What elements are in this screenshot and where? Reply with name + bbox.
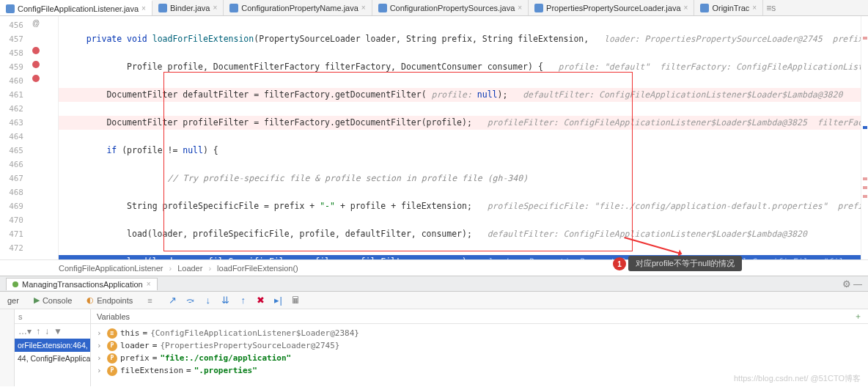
debugger-toolbar: ger ▶Console ◐Endpoints ≡ ↗ ⤼ ↓ ⇊ ↑ ✖ ▸|… (0, 292, 868, 309)
run-to-cursor-icon[interactable]: ▸| (273, 295, 284, 306)
breakpoint-icon[interactable] (32, 61, 40, 68)
gutter[interactable]: @ (29, 16, 59, 259)
add-watch-icon[interactable]: ＋ (854, 311, 862, 322)
spring-icon (12, 281, 18, 287)
filter-icon[interactable]: ▼ (54, 326, 62, 336)
tabs-overflow[interactable]: ≡s (763, 3, 779, 13)
close-icon[interactable]: × (361, 4, 366, 12)
annotation-text: 对应profile不等于null的情况 (628, 256, 742, 271)
console-tab[interactable]: ▶Console (26, 295, 79, 305)
close-icon[interactable]: × (147, 280, 151, 288)
file-tab[interactable]: ConfigFileApplicationListener.java× (0, 0, 152, 16)
file-tab[interactable]: OriginTrac× (694, 0, 763, 16)
gear-icon: ⚙ (842, 279, 851, 290)
java-icon (700, 4, 709, 12)
java-icon (229, 4, 238, 12)
tab-label: ConfigurationPropertySources.java (390, 4, 515, 12)
code-editor[interactable]: 456457458459 460461462463 464465466467 4… (0, 16, 868, 259)
debugger-tab[interactable]: ger (0, 296, 26, 305)
file-tab[interactable]: PropertiesPropertySourceLoader.java× (529, 0, 694, 16)
chevron-right-icon: › (169, 264, 172, 273)
breakpoint-icon[interactable] (32, 75, 40, 82)
frames-header: s (18, 312, 23, 321)
threads-icon[interactable]: ≡ (140, 296, 159, 305)
object-icon: ≡ (107, 328, 117, 339)
java-icon (534, 4, 543, 12)
chevron-right-icon[interactable]: › (97, 327, 104, 339)
tool-settings[interactable]: ⚙ — (842, 279, 862, 290)
step-controls: ↗ ⤼ ↓ ⇊ ↑ ✖ ▸| 🖩 (160, 295, 309, 306)
variable-row[interactable]: ›P prefix = "file:./config/application" (97, 352, 862, 364)
console-icon: ▶ (34, 295, 40, 305)
drop-frame-icon[interactable]: ✖ (255, 295, 267, 306)
stack-frame[interactable]: 44, ConfigFileApplica (15, 352, 90, 365)
frames-panel[interactable]: s …▾ ↑ ↓ ▼ orFileExtension:464, 44, Conf… (15, 309, 91, 386)
tab-label: PropertiesPropertySourceLoader.java (546, 4, 680, 12)
param-icon: P (107, 353, 117, 364)
step-over-icon[interactable]: ⤼ (185, 295, 196, 306)
chevron-right-icon[interactable]: › (97, 339, 104, 352)
variables-header: Variables (97, 312, 130, 321)
run-tab-label: ManagingTransactionsApplication (22, 280, 143, 289)
tab-label: Binder.java (170, 4, 210, 12)
dbg-sidebar[interactable] (0, 309, 15, 386)
variables-tree[interactable]: ›≡ this = {ConfigFileApplicationListener… (91, 324, 868, 380)
run-tool-tabs: ManagingTransactionsApplication × ⚙ — (0, 276, 868, 292)
frames-nav: …▾ ↑ ↓ ▼ (15, 324, 90, 339)
param-icon: P (107, 366, 117, 376)
prev-frame-icon[interactable]: ↑ (36, 326, 40, 336)
editor-tabs: ConfigFileApplicationListener.java× Bind… (0, 0, 868, 16)
tab-label: OriginTrac (712, 4, 749, 12)
variable-row[interactable]: ›P loader = {PropertiesPropertySourceLoa… (97, 339, 862, 352)
chevron-right-icon[interactable]: › (97, 352, 104, 364)
breakpoint-icon[interactable] (32, 47, 40, 54)
crumb-item[interactable]: ConfigFileApplicationListener (59, 264, 163, 273)
line-numbers: 456457458459 460461462463 464465466467 4… (0, 16, 29, 259)
close-icon[interactable]: × (213, 4, 217, 12)
crumb-item[interactable]: Loader (177, 264, 202, 273)
java-icon (378, 4, 387, 12)
file-tab[interactable]: Binder.java× (152, 0, 224, 16)
annotation-badge: 1 (613, 257, 626, 270)
param-icon: P (107, 341, 117, 351)
chevron-right-icon[interactable]: › (97, 364, 104, 377)
tab-label: ConfigFileApplicationListener.java (18, 4, 139, 13)
step-out-icon[interactable]: ↑ (238, 295, 249, 306)
show-execution-icon[interactable]: ↗ (167, 295, 179, 306)
file-tab[interactable]: ConfigurationPropertySources.java× (372, 0, 529, 16)
endpoints-tab[interactable]: ◐Endpoints (79, 295, 140, 305)
close-icon[interactable]: × (141, 4, 146, 12)
endpoints-icon: ◐ (87, 295, 94, 305)
dropdown-icon[interactable]: …▾ (18, 326, 32, 336)
chevron-right-icon: › (208, 264, 211, 273)
override-icon: @ (32, 19, 40, 27)
close-icon[interactable]: × (752, 4, 757, 12)
stack-frame[interactable]: orFileExtension:464, (15, 339, 90, 352)
file-tab[interactable]: ConfigurationPropertyName.java× (224, 0, 372, 16)
close-icon[interactable]: × (684, 4, 688, 12)
step-into-icon[interactable]: ↓ (202, 295, 214, 306)
next-frame-icon[interactable]: ↓ (45, 326, 49, 336)
watermark: https://blog.csdn.net/ @51CTO博客 (734, 373, 861, 384)
variable-row[interactable]: ›≡ this = {ConfigFileApplicationListener… (97, 327, 862, 339)
marker-bar[interactable] (861, 16, 868, 259)
crumb-item[interactable]: loadForFileExtension() (217, 264, 298, 273)
code-body[interactable]: private void loadForFileExtension(Proper… (59, 16, 861, 259)
close-icon[interactable]: × (518, 4, 522, 12)
tab-label: ConfigurationPropertyName.java (241, 4, 358, 12)
java-icon (6, 4, 15, 13)
java-icon (158, 4, 167, 12)
evaluate-icon[interactable]: 🖩 (290, 295, 302, 306)
run-tab[interactable]: ManagingTransactionsApplication × (6, 278, 158, 290)
force-step-into-icon[interactable]: ⇊ (220, 295, 232, 306)
